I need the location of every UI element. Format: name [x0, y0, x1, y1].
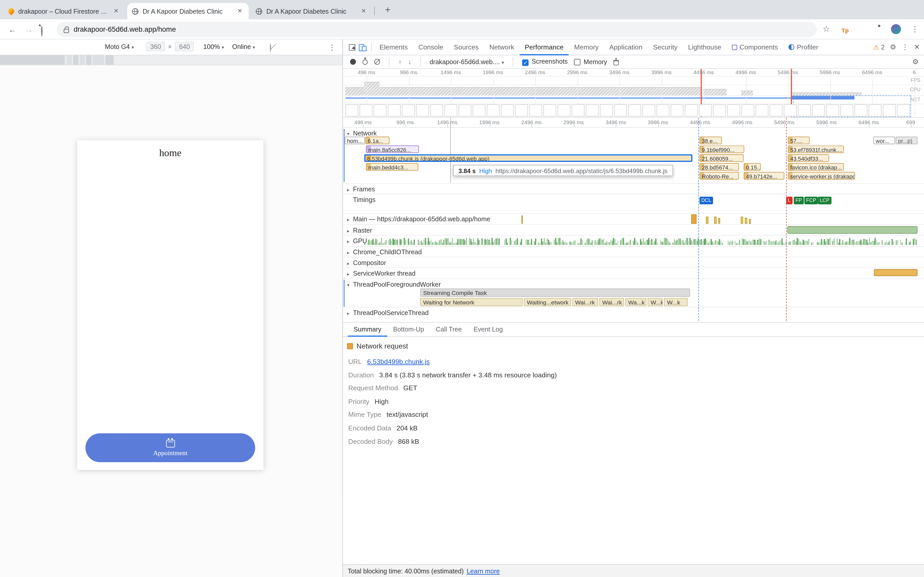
devtools-close-button[interactable]: ✕: [914, 43, 920, 51]
screenshot-thumbnail[interactable]: [812, 104, 825, 117]
screenshot-thumbnail[interactable]: [826, 104, 839, 117]
screenshot-thumbnail[interactable]: [557, 104, 570, 117]
browser-tab-clinic-active[interactable]: Dr A Kapoor Diabetes Clinic ✕: [128, 3, 249, 19]
network-request-bar[interactable]: 6.53bd499b.chunk.js (drakapoor-65d6d.web…: [364, 154, 693, 162]
network-request-bar[interactable]: 0.15...: [744, 163, 761, 171]
tab-profiler[interactable]: Profiler: [783, 39, 824, 55]
devtools-menu-button[interactable]: ⋮: [901, 43, 908, 51]
track-expand-arrow[interactable]: ▸: [347, 217, 353, 222]
screenshot-thumbnail[interactable]: [345, 104, 358, 117]
learn-more-link[interactable]: Learn more: [467, 567, 500, 574]
tab-sources[interactable]: Sources: [449, 39, 484, 55]
screenshot-thumbnail[interactable]: [487, 104, 500, 117]
screenshot-thumbnail[interactable]: [459, 104, 471, 117]
screenshot-thumbnail[interactable]: [670, 104, 683, 117]
track-expand-arrow[interactable]: ▾: [347, 282, 353, 288]
reload-and-record-button[interactable]: [362, 59, 368, 64]
emulation-menu-button[interactable]: ⋮: [328, 43, 336, 52]
track-row-main[interactable]: ▸Main — https://drakapoor-65d6d.web.app/…: [343, 213, 924, 224]
track-label[interactable]: ▸Frames: [347, 185, 375, 192]
screenshot-thumbnail[interactable]: [600, 104, 613, 117]
track-row-threadpoolservicethread[interactable]: ▸ThreadPoolServiceThread: [343, 307, 924, 321]
network-request-bar[interactable]: 38.e...: [699, 137, 722, 144]
track-label[interactable]: ▸Main — https://drakapoor-65d6d.web.app/…: [347, 216, 490, 222]
screenshots-checkbox[interactable]: ✓Screenshots: [522, 58, 568, 66]
screenshot-thumbnail[interactable]: [628, 104, 641, 117]
tab-performance[interactable]: Performance: [520, 39, 569, 55]
screenshot-thumbnail[interactable]: [741, 104, 754, 117]
throttling-select[interactable]: Online▾: [232, 43, 255, 50]
screenshot-thumbnail[interactable]: [473, 104, 485, 117]
summary-url-link[interactable]: 6.53bd499b.chunk.js: [367, 358, 430, 365]
forward-button[interactable]: →: [25, 24, 33, 35]
screenshot-thumbnail[interactable]: [685, 104, 698, 117]
tab-application[interactable]: Application: [604, 39, 648, 55]
performance-overview[interactable]: FPS CPU NET 496 ms996 ms1496 ms1996 ms24…: [343, 69, 924, 118]
url-text[interactable]: drakapoor-65d6d.web.app/home: [74, 25, 176, 34]
waiting-for-network-bar[interactable]: W...k: [648, 298, 663, 306]
network-request-bar[interactable]: favicon.ico (drakap...: [788, 163, 844, 171]
trash-icon[interactable]: [614, 60, 619, 65]
tab-summary[interactable]: Summary: [348, 322, 387, 337]
streaming-compile-task-bar[interactable]: Streaming Compile Task: [420, 288, 690, 297]
warnings-button[interactable]: ⚠ 2: [873, 43, 885, 51]
track-row-raster[interactable]: ▸Raster: [343, 224, 924, 235]
network-request-bar[interactable]: 28.bd5674...: [699, 163, 739, 171]
screenshot-thumbnail[interactable]: [586, 104, 599, 117]
inspect-element-icon[interactable]: [349, 44, 355, 50]
browser-menu-button[interactable]: ⋮: [911, 24, 919, 35]
track-expand-arrow[interactable]: ▸: [347, 311, 353, 316]
track-label[interactable]: ▸Compositor: [347, 259, 386, 266]
devtools-settings-button[interactable]: ⚙: [890, 43, 897, 51]
zoom-select[interactable]: 100%▾: [204, 43, 224, 50]
screenshot-thumbnail[interactable]: [713, 104, 726, 117]
network-request-bar[interactable]: main.8a5cc826...: [366, 145, 419, 153]
network-request-bar[interactable]: pr...p): [896, 137, 918, 144]
track-expand-arrow[interactable]: ▸: [347, 239, 353, 245]
screenshot-thumbnail[interactable]: [543, 104, 556, 117]
timing-badge-fcp[interactable]: FCP: [804, 197, 818, 204]
device-width-field[interactable]: 360: [146, 42, 165, 51]
screenshot-thumbnail[interactable]: [727, 104, 740, 117]
new-tab-button[interactable]: +: [381, 5, 395, 15]
screenshot-thumbnail[interactable]: [614, 104, 627, 117]
track-label[interactable]: ▾Network: [347, 130, 377, 137]
tab-lighthouse[interactable]: Lighthouse: [683, 39, 727, 55]
screenshot-thumbnail[interactable]: [798, 104, 811, 117]
screenshot-thumbnail[interactable]: [430, 104, 443, 117]
screenshot-thumbnail[interactable]: [515, 104, 528, 117]
network-request-bar[interactable]: Roboto-Re...: [699, 172, 739, 179]
network-request-bar[interactable]: main.bedd4c3...: [366, 163, 418, 171]
timing-badge-fp[interactable]: FP: [794, 197, 804, 204]
rotate-button[interactable]: [270, 44, 271, 51]
tab-components[interactable]: Components: [727, 39, 783, 55]
screenshot-thumbnail[interactable]: [572, 104, 585, 117]
track-expand-arrow[interactable]: ▸: [347, 261, 353, 266]
device-toolbar-toggle-icon[interactable]: [359, 44, 367, 50]
screenshot-thumbnail[interactable]: [642, 104, 655, 117]
tab-close-icon[interactable]: ✕: [359, 7, 368, 15]
waiting-for-network-bar[interactable]: Waiting for Network: [420, 298, 523, 306]
network-request-bar[interactable]: service-worker.js (drakapoo...: [788, 172, 855, 179]
screenshot-thumbnail[interactable]: [416, 104, 429, 117]
network-request-bar[interactable]: 9.1b9ef990...: [699, 145, 744, 153]
tab-security[interactable]: Security: [648, 39, 683, 55]
save-profile-button[interactable]: ↓: [408, 58, 412, 65]
device-height-field[interactable]: 640: [175, 42, 194, 51]
track-expand-arrow[interactable]: ▸: [347, 229, 353, 234]
network-request-bar[interactable]: 21.608059...: [699, 154, 743, 162]
track-label[interactable]: ▸Raster: [347, 227, 372, 234]
track-label[interactable]: ▸ThreadPoolServiceThread: [347, 309, 428, 316]
screenshot-thumbnail[interactable]: [883, 104, 896, 117]
screenshot-thumbnail[interactable]: [855, 104, 867, 117]
bookmark-star-button[interactable]: ☆: [823, 23, 830, 34]
screenshot-thumbnail[interactable]: [656, 104, 669, 117]
extension-tp-button[interactable]: Tp: [842, 25, 849, 36]
screenshot-thumbnail[interactable]: [897, 104, 910, 117]
tab-event-log[interactable]: Event Log: [468, 322, 509, 337]
media-query-bar[interactable]: [0, 55, 342, 65]
tab-bottom-up[interactable]: Bottom-Up: [387, 322, 430, 337]
tab-close-icon[interactable]: ✕: [236, 7, 244, 15]
track-row-timings[interactable]: Timings: [343, 194, 924, 213]
network-request-bar[interactable]: 57....: [788, 137, 810, 144]
